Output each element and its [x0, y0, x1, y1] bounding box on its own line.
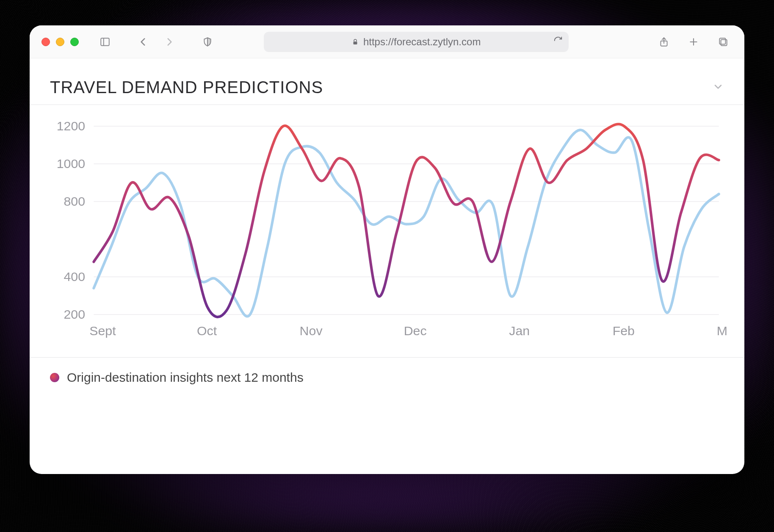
- share-icon[interactable]: [655, 33, 673, 51]
- svg-text:800: 800: [64, 194, 86, 208]
- svg-rect-0: [101, 38, 109, 45]
- svg-text:1000: 1000: [57, 157, 85, 171]
- chart-area: 20040080010001200 SeptOctNovDecJanFebMar: [30, 105, 744, 357]
- legend-label: Origin-destination insights next 12 mont…: [67, 370, 304, 385]
- url-text: https://forecast.zytlyn.com: [363, 36, 481, 48]
- svg-text:Feb: Feb: [613, 324, 635, 338]
- panel-header: TRAVEL DEMAND PREDICTIONS: [30, 58, 744, 105]
- new-tab-icon[interactable]: [684, 33, 703, 51]
- svg-text:400: 400: [64, 270, 86, 284]
- svg-text:Nov: Nov: [300, 324, 323, 338]
- fullscreen-window-button[interactable]: [70, 38, 79, 46]
- privacy-shield-icon[interactable]: [198, 33, 217, 51]
- svg-text:Sept: Sept: [89, 324, 116, 338]
- reload-icon[interactable]: [553, 36, 563, 48]
- collapse-toggle[interactable]: [712, 81, 724, 94]
- svg-rect-6: [721, 39, 727, 45]
- address-bar[interactable]: https://forecast.zytlyn.com: [264, 32, 569, 52]
- svg-text:Dec: Dec: [404, 324, 427, 338]
- back-button[interactable]: [134, 33, 152, 51]
- legend-swatch-icon: [50, 373, 59, 382]
- svg-text:1200: 1200: [57, 119, 85, 133]
- svg-rect-2: [353, 41, 357, 44]
- svg-text:200: 200: [64, 307, 86, 321]
- legend: Origin-destination insights next 12 mont…: [30, 357, 744, 397]
- browser-titlebar: https://forecast.zytlyn.com: [30, 25, 744, 58]
- svg-text:Oct: Oct: [197, 324, 217, 338]
- svg-text:Jan: Jan: [509, 324, 530, 338]
- forward-button[interactable]: [160, 33, 179, 51]
- tabs-overview-icon[interactable]: [714, 33, 733, 51]
- lock-icon: [351, 38, 359, 46]
- close-window-button[interactable]: [41, 38, 50, 46]
- minimize-window-button[interactable]: [56, 38, 64, 46]
- page-title: TRAVEL DEMAND PREDICTIONS: [50, 78, 323, 97]
- svg-rect-7: [719, 38, 725, 44]
- demand-line-chart: 20040080010001200 SeptOctNovDecJanFebMar: [42, 118, 727, 357]
- browser-window: https://forecast.zytlyn.com: [30, 25, 744, 474]
- traffic-lights: [41, 38, 79, 46]
- svg-text:Mar: Mar: [717, 324, 727, 338]
- sidebar-toggle-icon[interactable]: [96, 33, 114, 51]
